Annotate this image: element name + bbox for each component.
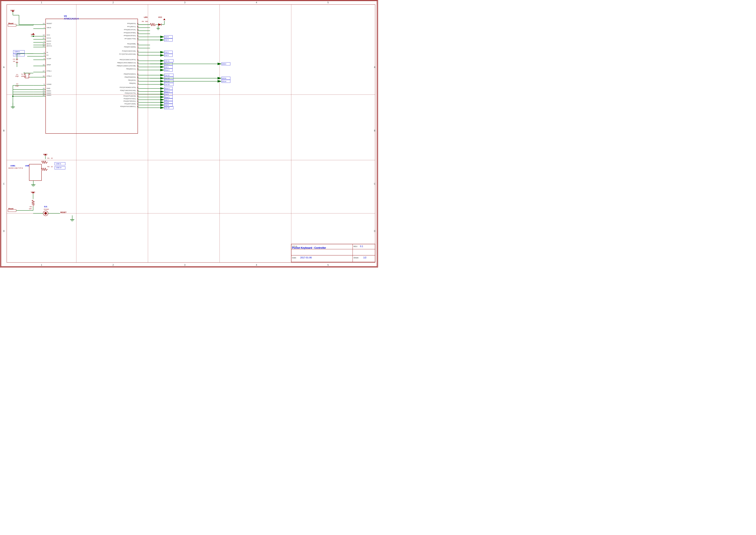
col-marker-1-top: 1 [41,1,42,4]
pin4-num: 4 [44,54,45,56]
pin42-num: 42 [43,64,44,66]
svg-marker-85 [160,87,164,90]
c2-ref: C2 [16,83,18,85]
svg-marker-97 [160,96,164,99]
col5-label: Col 5 [165,36,169,38]
col11-label: Col 11 [165,60,170,62]
col7-label: Col 7 [165,99,169,101]
pin10-name: PB2(PDIMOSI) [125,76,136,78]
pin5-num: 5 [44,83,45,85]
pin36-num: 36 [137,38,139,40]
pin28-num: 28 [137,68,139,70]
svg-marker-113 [160,106,164,109]
row-marker-c-r: C [374,183,376,185]
c1-val: 22pf [15,75,19,77]
pin20-num: 20 [137,100,139,102]
pin29-name: PB5(OC1AADC12!OC4B) [117,65,136,67]
pin36-name: PF7(ADC7TDI) [125,38,136,40]
vcc-led: VCC [158,16,162,18]
col-marker-4-bot: 4 [256,264,257,266]
r1-val: 22 [51,157,53,159]
sclk-label: SCLK [222,80,227,82]
pin29-num: 29 [137,65,139,67]
r1-ref: R1 [47,157,50,159]
pin41-name: PF0(ADC0) [127,23,136,24]
usb-dp-net: USB D+ [56,167,62,169]
pin42-name: AREF [47,64,51,66]
pin30-name: PB6(OC1ROC4BADC13) [117,62,136,64]
svg-marker-49 [160,54,164,56]
pin32-num: 32 [137,53,139,55]
pin2-num: 2 [44,40,45,42]
pin14-num: 14 [43,34,44,36]
U1-ref: U1 [64,15,67,17]
col-marker-5-top: 5 [328,1,329,4]
title-value: Pocket Keyboard - Controller [292,246,326,249]
svg-point-209 [12,96,14,97]
svg-marker-93 [160,93,164,96]
pin12-name: PB7(OC0A0C1CRTS) [120,59,136,61]
pin11-name: PB3(PDOMISO) [124,73,136,75]
pin33-name: PE2(IHWB) [127,43,136,45]
svg-marker-61 [160,66,164,68]
pin38-name: PF5(ADC5TMS) [124,32,136,34]
pin18-num: 18 [137,105,139,107]
pin43-num: 43 [43,94,44,96]
schematic-container: 1 2 3 4 5 1 2 3 4 5 A A B B C C D D U1 [0,0,378,268]
pin19-num: 19 [137,103,139,105]
svg-rect-177 [8,210,16,212]
pin40-name: PF1(ADC1) [127,26,136,28]
mosi-label: MOSI [222,77,226,79]
pin43-name: GND3 [47,94,51,96]
pin39-name: PF4(ADC4TCK) [124,29,136,31]
pin31-num: 31 [137,50,139,52]
row2-label: Row 2 [165,69,169,71]
svg-rect-164 [29,164,41,181]
pin23-name: GND1 [47,90,51,92]
pin3-num: 3 [44,51,45,53]
c3-val: 1uf [13,60,15,62]
pin38-num: 38 [137,32,139,34]
pin3-name: D- [47,51,48,53]
c3-ref: C3 [13,58,15,60]
row-marker-b-r: B [374,129,376,132]
pin22-num: 22 [137,92,139,94]
svg-marker-65 [160,69,164,71]
pin44-num: 44 [43,45,44,47]
row-marker-a-r: A [374,66,376,69]
svg-rect-134 [8,24,16,26]
row-marker-d-r: D [374,230,376,232]
pin16-num: 16 [43,75,44,77]
usb1-label: USB [25,165,29,167]
r3-ref: R3 [30,206,32,208]
pin15-name: GND [47,88,50,89]
r4-ref: R4 [142,20,144,22]
pin13-num: 13 [43,23,44,24]
pin37-num: 37 [137,35,139,37]
pin20-name: PD2(INT3RXD1) [123,100,136,102]
pin28-name: PB4(ADC11) [126,68,136,70]
svg-marker-148 [163,18,165,20]
miso-label: MISO [222,63,226,65]
r4-val: 330 [145,20,148,22]
pin40-num: 40 [137,26,139,28]
pin11-num: 11 [137,73,139,75]
date-value: 2017-01-06 [300,256,312,259]
svg-point-181 [44,212,47,214]
pin6-num: 6 [44,58,45,60]
pin1-num: 1 [138,46,139,48]
pin15-num: 15 [43,88,44,89]
col2-label: Col 2 [165,51,169,53]
svg-marker-35 [160,36,164,38]
pin27-num: 27 [137,86,139,88]
pin18-name: PD0(INT0OC0BSCL) [120,105,136,107]
col15-label: Col 15 [165,84,170,85]
schematic-svg: 1 2 3 4 5 1 2 3 4 5 A A B B C C D D U1 [0,0,378,267]
pin12-num: 12 [137,59,139,61]
svg-rect-0 [1,1,377,267]
col-marker-2-bot: 2 [113,264,114,266]
sj1-ref: SJ1 [44,206,47,208]
rev-value: 0.1 [360,245,363,247]
pin14-name: VCC [47,34,50,36]
pin24-num: 24 [43,43,44,45]
